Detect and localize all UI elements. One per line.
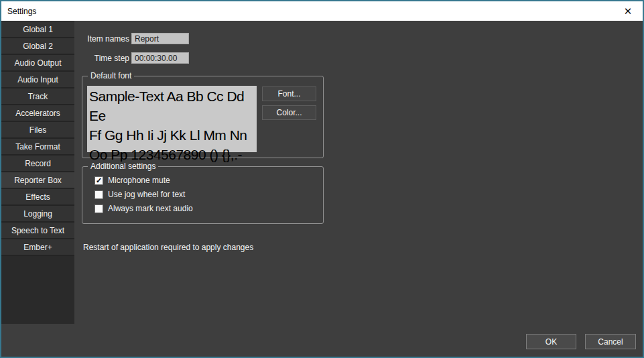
checkbox-label: Always mark next audio xyxy=(108,204,193,213)
sidebar-item-record[interactable]: Record xyxy=(1,156,74,172)
checkbox-label: Use jog wheel for text xyxy=(108,190,185,199)
time-step-input[interactable] xyxy=(131,52,189,64)
checkbox-icon[interactable] xyxy=(94,190,103,199)
dialog-body: Global 1Global 2Audio OutputAudio InputT… xyxy=(1,21,643,357)
default-font-group: Default font Sample-Text Aa Bb Cc Dd Ee … xyxy=(82,76,324,158)
font-button[interactable]: Font... xyxy=(262,86,316,101)
ok-button[interactable]: OK xyxy=(526,334,576,349)
restart-note: Restart of application required to apply… xyxy=(83,243,253,252)
checkbox-list: ✓ Microphone mute Use jog wheel for text… xyxy=(94,176,193,213)
sidebar-item-track[interactable]: Track xyxy=(1,88,74,105)
sidebar-item-accelerators[interactable]: Accelerators xyxy=(1,105,74,122)
sidebar-item-effects[interactable]: Effects xyxy=(1,189,74,206)
sidebar-item-reporter-box[interactable]: Reporter Box xyxy=(1,172,74,189)
default-font-group-title: Default font xyxy=(88,71,134,80)
close-icon[interactable]: ✕ xyxy=(617,1,639,21)
font-sample-preview: Sample-Text Aa Bb Cc Dd Ee Ff Gg Hh Ii J… xyxy=(87,86,257,152)
sidebar-item-files[interactable]: Files xyxy=(1,122,74,139)
checkbox-row[interactable]: Always mark next audio xyxy=(94,204,193,213)
checkbox-icon[interactable] xyxy=(94,204,103,213)
additional-settings-group-title: Additional settings xyxy=(88,162,158,171)
sidebar-item-speech-to-text[interactable]: Speech to Text xyxy=(1,223,74,239)
item-names-input[interactable] xyxy=(131,33,189,44)
window-title: Settings xyxy=(7,7,36,16)
sidebar-item-audio-input[interactable]: Audio Input xyxy=(1,72,74,88)
sidebar-item-ember-[interactable]: Ember+ xyxy=(1,239,74,256)
title-bar: Settings ✕ xyxy=(1,1,643,21)
sidebar: Global 1Global 2Audio OutputAudio InputT… xyxy=(1,21,74,324)
item-names-label: Item names xyxy=(15,34,129,44)
settings-window: Settings ✕ Global 1Global 2Audio OutputA… xyxy=(0,0,644,358)
sidebar-item-logging[interactable]: Logging xyxy=(1,206,74,223)
color-button[interactable]: Color... xyxy=(262,105,316,120)
time-step-label: Time step xyxy=(15,54,129,63)
additional-settings-group: Additional settings ✓ Microphone mute Us… xyxy=(82,166,324,224)
checkbox-icon[interactable]: ✓ xyxy=(94,176,103,185)
cancel-button[interactable]: Cancel xyxy=(585,334,636,349)
checkbox-label: Microphone mute xyxy=(108,176,170,185)
checkbox-row[interactable]: ✓ Microphone mute xyxy=(94,176,193,185)
checkbox-row[interactable]: Use jog wheel for text xyxy=(94,190,193,199)
sidebar-item-take-format[interactable]: Take Format xyxy=(1,139,74,156)
